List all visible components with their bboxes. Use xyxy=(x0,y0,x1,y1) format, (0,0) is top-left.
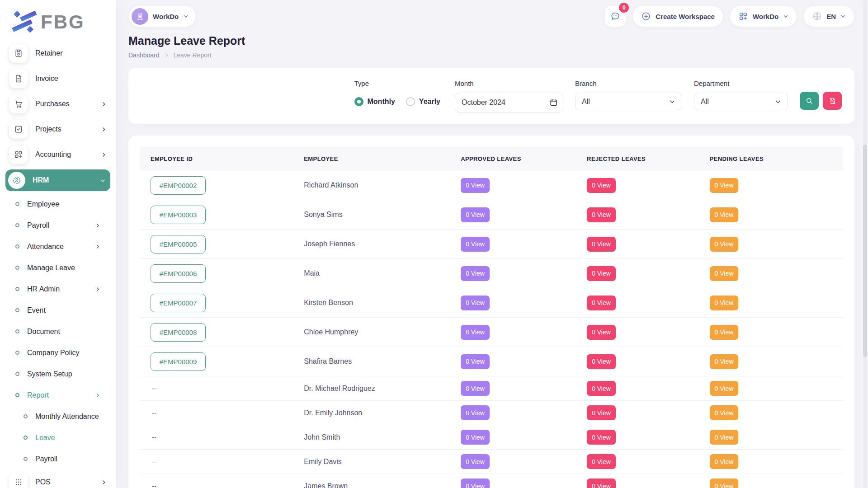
language-selector[interactable]: EN xyxy=(803,5,854,27)
pending-view-button[interactable]: 0 View xyxy=(710,296,739,310)
approved-view-button[interactable]: 0 View xyxy=(461,207,490,222)
sidebar-item-invoice[interactable]: Invoice xyxy=(7,66,108,91)
approved-view-button[interactable]: 0 View xyxy=(461,454,490,469)
approved-view-button[interactable]: 0 View xyxy=(461,237,490,252)
department-label: Department xyxy=(694,80,788,87)
sidebar-item-payroll[interactable]: Payroll xyxy=(7,215,108,236)
sidebar-item-manage-leave[interactable]: Manage Leave xyxy=(7,257,108,278)
sidebar-item-retainer[interactable]: Retainer xyxy=(7,41,108,66)
department-select[interactable]: All xyxy=(694,93,788,110)
sidebar-item-projects[interactable]: Projects xyxy=(7,117,108,142)
sidebar-item-label: Attendance xyxy=(27,243,64,251)
approved-view-button[interactable]: 0 View xyxy=(461,430,490,445)
sidebar-item-label: Document xyxy=(27,328,60,336)
reset-filter-button[interactable] xyxy=(823,92,842,110)
pending-view-button[interactable]: 0 View xyxy=(710,266,739,281)
rejected-view-button[interactable]: 0 View xyxy=(587,178,616,193)
employee-name: Chloe Humphrey xyxy=(304,328,461,336)
pending-view-button[interactable]: 0 View xyxy=(710,354,739,369)
pending-view-button[interactable]: 0 View xyxy=(710,381,739,396)
sidebar-item-report[interactable]: Report xyxy=(7,385,108,406)
col-employee-id: EMPLOYEE ID xyxy=(151,155,304,162)
rejected-view-button[interactable]: 0 View xyxy=(587,325,616,340)
sidebar-item-monthly-attendance[interactable]: Monthly Attendance xyxy=(7,406,108,427)
sidebar-item-accounting[interactable]: Accounting xyxy=(7,142,108,167)
approved-view-button[interactable]: 0 View xyxy=(461,296,490,310)
sidebar-item-report-payroll[interactable]: Payroll xyxy=(7,448,108,469)
rejected-view-button[interactable]: 0 View xyxy=(587,266,616,281)
bullet-icon xyxy=(15,393,19,397)
approved-view-button[interactable]: 0 View xyxy=(461,178,490,193)
pending-view-button[interactable]: 0 View xyxy=(710,207,739,222)
brand-logo[interactable]: FBG xyxy=(0,5,116,41)
pending-view-button[interactable]: 0 View xyxy=(710,178,739,193)
table-row: #EMP00005 Joseph Fiennes 0 View 0 View 0… xyxy=(140,230,843,259)
approved-view-button[interactable]: 0 View xyxy=(461,479,490,488)
plus-circle-icon xyxy=(641,11,651,21)
workdo-menu-button[interactable]: WorkDo xyxy=(730,5,797,27)
employee-id-button[interactable]: #EMP00003 xyxy=(151,206,206,224)
chevron-right-icon xyxy=(101,479,107,485)
sidebar-item-event[interactable]: Event xyxy=(7,300,108,321)
rejected-view-button[interactable]: 0 View xyxy=(587,479,616,488)
breadcrumb-dashboard-link[interactable]: Dashboard xyxy=(128,52,160,59)
radio-yearly-label: Yearly xyxy=(419,98,440,106)
approved-view-button[interactable]: 0 View xyxy=(461,354,490,369)
sidebar-item-label: Company Policy xyxy=(27,349,80,357)
rejected-view-button[interactable]: 0 View xyxy=(587,381,616,396)
pending-view-button[interactable]: 0 View xyxy=(710,430,739,445)
employee-id-button[interactable]: #EMP00005 xyxy=(151,235,206,253)
sidebar-item-leave[interactable]: Leave xyxy=(7,427,108,448)
employee-id-button[interactable]: #EMP00009 xyxy=(151,352,206,371)
sidebar-item-document[interactable]: Document xyxy=(7,321,108,342)
approved-view-button[interactable]: 0 View xyxy=(461,266,490,281)
sidebar-item-hrm[interactable]: HRM xyxy=(5,169,110,191)
rejected-view-button[interactable]: 0 View xyxy=(587,454,616,469)
approved-view-button[interactable]: 0 View xyxy=(461,405,490,420)
sidebar-item-hr-admin[interactable]: HR Admin xyxy=(7,278,108,300)
employee-id-button[interactable]: #EMP00002 xyxy=(151,176,206,195)
approved-view-button[interactable]: 0 View xyxy=(461,381,490,396)
employee-id-button[interactable]: #EMP00008 xyxy=(151,323,206,342)
sidebar-item-label: Payroll xyxy=(27,221,49,230)
rejected-view-button[interactable]: 0 View xyxy=(587,207,616,222)
sidebar-item-purchases[interactable]: Purchases xyxy=(7,91,108,117)
rejected-view-button[interactable]: 0 View xyxy=(587,430,616,445)
breadcrumb: Dashboard Leave Report xyxy=(128,52,854,59)
employee-id-empty: -- xyxy=(151,458,304,465)
rejected-view-button[interactable]: 0 View xyxy=(587,237,616,252)
sidebar: FBG Retainer Invoice xyxy=(0,0,116,488)
sidebar-item-attendance[interactable]: Attendance xyxy=(7,236,108,257)
sidebar-item-company-policy[interactable]: Company Policy xyxy=(7,342,108,363)
create-workspace-label: Create Workspace xyxy=(656,13,715,20)
pending-view-button[interactable]: 0 View xyxy=(710,405,739,420)
chevron-right-icon xyxy=(95,393,100,398)
rejected-view-button[interactable]: 0 View xyxy=(587,354,616,369)
employee-id-button[interactable]: #EMP00006 xyxy=(151,264,206,283)
rejected-view-button[interactable]: 0 View xyxy=(587,296,616,310)
pending-view-button[interactable]: 0 View xyxy=(710,479,739,488)
sidebar-item-system-setup[interactable]: System Setup xyxy=(7,363,108,385)
col-rejected-leaves: REJECTED LEAVES xyxy=(587,155,709,162)
month-input[interactable] xyxy=(455,93,563,113)
col-pending-leaves: PENDING LEAVES xyxy=(710,155,832,162)
radio-monthly[interactable]: Monthly xyxy=(354,97,395,106)
sidebar-item-employee[interactable]: Employee xyxy=(7,193,108,215)
radio-yearly[interactable]: Yearly xyxy=(406,97,440,106)
pending-view-button[interactable]: 0 View xyxy=(710,325,739,340)
messages-button[interactable]: 0 xyxy=(604,5,626,27)
branch-select[interactable]: All xyxy=(575,93,682,110)
pending-view-button[interactable]: 0 View xyxy=(710,237,739,252)
type-filter-group: Type Monthly Yearly xyxy=(354,80,443,110)
scrollbar-thumb[interactable] xyxy=(863,145,867,357)
brand-logo-text: FBG xyxy=(41,13,85,32)
workspace-selector[interactable]: WorkDo xyxy=(128,5,196,27)
rejected-view-button[interactable]: 0 View xyxy=(587,405,616,420)
pending-view-button[interactable]: 0 View xyxy=(710,454,739,469)
approved-view-button[interactable]: 0 View xyxy=(461,325,490,340)
employee-id-button[interactable]: #EMP00007 xyxy=(151,294,206,312)
create-workspace-button[interactable]: Create Workspace xyxy=(632,5,723,27)
search-button[interactable] xyxy=(800,92,819,110)
workspace-avatar xyxy=(132,8,148,25)
sidebar-item-pos[interactable]: POS xyxy=(7,469,108,488)
